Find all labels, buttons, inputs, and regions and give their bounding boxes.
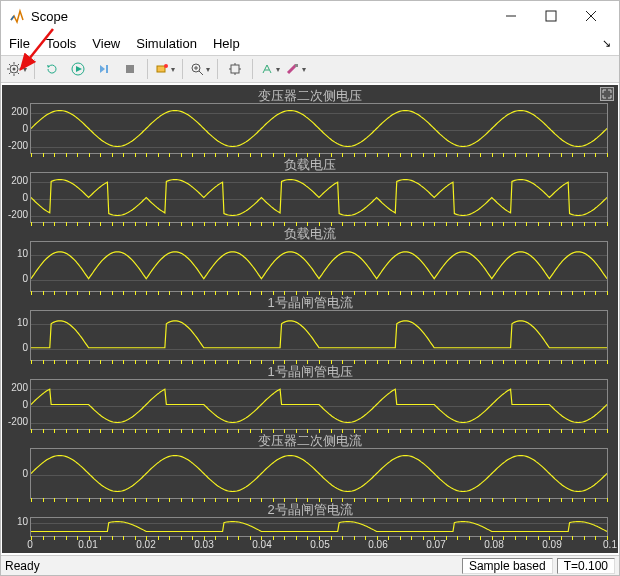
y-tick-label: 10 (2, 318, 28, 328)
y-tick-label: 0 (2, 193, 28, 203)
y-tick-label: 200 (2, 176, 28, 186)
x-tick-label: 0.1 (603, 539, 617, 550)
axes[interactable] (30, 517, 608, 537)
x-tick-label: 0.09 (542, 539, 561, 550)
measurements-button[interactable] (258, 58, 282, 80)
svg-rect-1 (546, 11, 556, 21)
menu-file[interactable]: File (9, 36, 30, 51)
svg-rect-19 (126, 65, 134, 73)
x-tick-label: 0.06 (368, 539, 387, 550)
y-tick-label: 10 (2, 249, 28, 259)
maximize-button[interactable] (531, 2, 571, 30)
axes[interactable] (30, 241, 608, 292)
autoscale-button[interactable] (223, 58, 247, 80)
matlab-icon (9, 8, 25, 24)
svg-line-23 (199, 71, 203, 75)
waveform (31, 311, 607, 360)
menu-view[interactable]: View (92, 36, 120, 51)
svg-point-21 (164, 64, 168, 68)
x-tick-label: 0.07 (426, 539, 445, 550)
svg-rect-32 (295, 64, 298, 67)
y-tick-label: 10 (2, 517, 28, 527)
y-tick-label: -200 (2, 210, 28, 220)
x-tick-label: 0.08 (484, 539, 503, 550)
configure-button[interactable] (5, 58, 29, 80)
svg-rect-18 (106, 65, 108, 73)
y-tick-label: 200 (2, 107, 28, 117)
scope-plot-area[interactable]: 变压器二次侧电压-2000200负载电压-2000200负载电流0101号晶闸管… (2, 85, 618, 553)
svg-rect-26 (231, 65, 239, 73)
axes[interactable] (30, 103, 608, 154)
menu-simulation[interactable]: Simulation (136, 36, 197, 51)
status-bar: Ready Sample based T=0.100 (1, 555, 619, 575)
y-tick-label: 200 (2, 383, 28, 393)
x-tick-label: 0.01 (78, 539, 97, 550)
y-tick-label: 0 (2, 343, 28, 353)
minimize-button[interactable] (491, 2, 531, 30)
svg-marker-16 (76, 66, 82, 72)
axes[interactable] (30, 448, 608, 499)
status-mode: Sample based (462, 558, 553, 574)
step-forward-button[interactable] (92, 58, 116, 80)
y-tick-label: 0 (2, 469, 28, 479)
svg-rect-20 (157, 66, 165, 72)
y-tick-label: -200 (2, 141, 28, 151)
menu-help[interactable]: Help (213, 36, 240, 51)
y-tick-label: -200 (2, 417, 28, 427)
x-tick-label: 0.02 (136, 539, 155, 550)
x-tick-label: 0 (27, 539, 33, 550)
run-button[interactable] (66, 58, 90, 80)
close-button[interactable] (571, 2, 611, 30)
waveform (31, 173, 607, 222)
menu-tools[interactable]: Tools (46, 36, 76, 51)
menu-overflow-icon[interactable]: ↘ (602, 37, 611, 50)
status-ready: Ready (5, 559, 40, 573)
axes[interactable] (30, 379, 608, 430)
waveform (31, 380, 607, 429)
axes[interactable] (30, 310, 608, 361)
toolbar (1, 55, 619, 83)
x-tick-label: 0.04 (252, 539, 271, 550)
restart-button[interactable] (40, 58, 64, 80)
waveform (31, 104, 607, 153)
waveform (31, 242, 607, 291)
svg-line-12 (9, 73, 11, 75)
highlight-button[interactable] (153, 58, 177, 80)
x-tick-label: 0.03 (194, 539, 213, 550)
y-tick-label: 0 (2, 400, 28, 410)
waveform (31, 518, 607, 536)
zoom-button[interactable] (188, 58, 212, 80)
y-tick-label: 0 (2, 124, 28, 134)
stop-button[interactable] (118, 58, 142, 80)
title-bar: Scope (1, 1, 619, 31)
svg-line-11 (18, 73, 20, 75)
svg-line-10 (9, 64, 11, 66)
svg-point-5 (13, 68, 16, 71)
x-tick-label: 0.05 (310, 539, 329, 550)
svg-marker-17 (100, 65, 105, 73)
window-title: Scope (31, 9, 68, 24)
axes[interactable] (30, 172, 608, 223)
status-time: T=0.100 (557, 558, 615, 574)
y-tick-label: 0 (2, 274, 28, 284)
menu-bar: File Tools View Simulation Help ↘ (1, 31, 619, 55)
svg-line-13 (18, 64, 20, 66)
waveform (31, 449, 607, 498)
triggers-button[interactable] (284, 58, 308, 80)
